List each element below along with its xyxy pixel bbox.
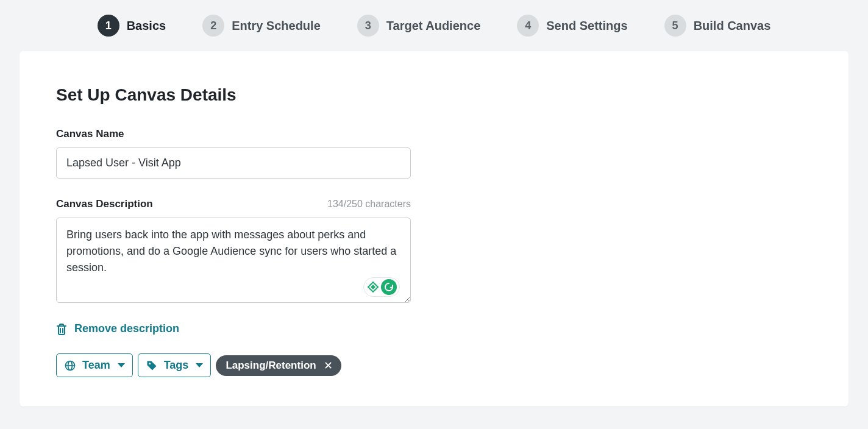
step-label-basics: Basics	[127, 19, 166, 33]
grammarly-diamond-icon	[368, 282, 379, 292]
canvas-description-label: Canvas Description	[56, 198, 153, 210]
tags-dropdown-label: Tags	[164, 359, 189, 372]
tags-dropdown[interactable]: Tags	[138, 353, 212, 377]
canvas-details-panel: Set Up Canvas Details Canvas Name Canvas…	[20, 51, 848, 406]
chevron-down-icon	[196, 363, 203, 367]
tag-chip-lapsing-retention: Lapsing/Retention ✕	[216, 355, 341, 376]
step-number-4: 4	[517, 15, 539, 37]
step-number-5: 5	[664, 15, 686, 37]
step-label-target-audience: Target Audience	[386, 19, 480, 33]
grammarly-g-icon	[381, 279, 397, 295]
canvas-name-label: Canvas Name	[56, 128, 812, 140]
svg-marker-1	[371, 285, 375, 289]
tag-chip-label: Lapsing/Retention	[226, 360, 316, 372]
step-number-1: 1	[98, 15, 119, 37]
step-entry-schedule[interactable]: 2 Entry Schedule	[202, 15, 321, 37]
step-label-entry-schedule: Entry Schedule	[232, 19, 321, 33]
canvas-description-textarea[interactable]	[56, 218, 411, 303]
chevron-down-icon	[118, 363, 125, 367]
character-count: 134/250 characters	[327, 199, 411, 210]
wizard-stepper: 1 Basics 2 Entry Schedule 3 Target Audie…	[0, 0, 868, 51]
team-dropdown[interactable]: Team	[56, 353, 133, 377]
step-label-send-settings: Send Settings	[546, 19, 627, 33]
tag-icon	[146, 360, 158, 372]
remove-description-label: Remove description	[74, 322, 179, 335]
step-target-audience[interactable]: 3 Target Audience	[357, 15, 480, 37]
team-dropdown-label: Team	[82, 359, 110, 372]
canvas-name-input[interactable]	[56, 147, 411, 179]
step-number-2: 2	[202, 15, 224, 37]
remove-tag-button[interactable]: ✕	[324, 360, 333, 371]
step-send-settings[interactable]: 4 Send Settings	[517, 15, 627, 37]
grammarly-widget[interactable]	[363, 277, 400, 297]
chips-row: Team Tags Lapsing/Retention ✕	[56, 353, 812, 377]
remove-description-button[interactable]: Remove description	[56, 322, 812, 335]
svg-point-5	[149, 363, 151, 364]
page-title: Set Up Canvas Details	[56, 85, 812, 105]
step-build-canvas[interactable]: 5 Build Canvas	[664, 15, 771, 37]
trash-icon	[56, 323, 67, 335]
step-number-3: 3	[357, 15, 379, 37]
step-label-build-canvas: Build Canvas	[694, 19, 771, 33]
globe-icon	[64, 360, 76, 372]
step-basics[interactable]: 1 Basics	[98, 15, 166, 37]
